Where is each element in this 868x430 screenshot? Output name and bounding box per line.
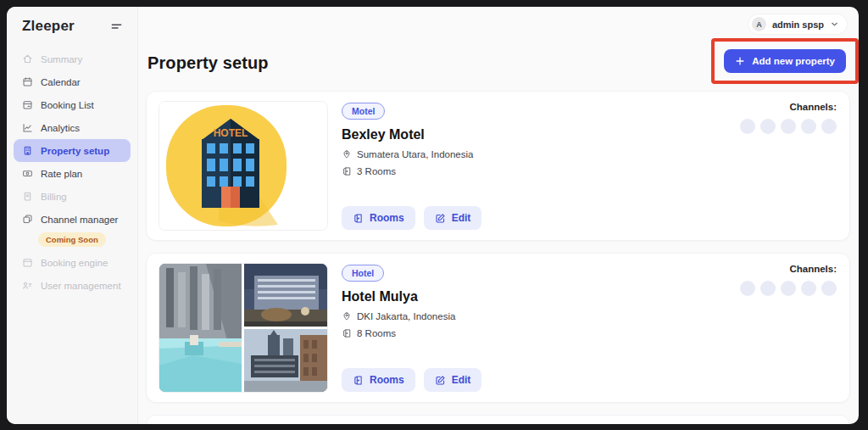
sidebar-item-rate-plan[interactable]: Rate plan — [14, 162, 131, 185]
channel-slot — [821, 281, 837, 296]
svg-text:HOTEL: HOTEL — [214, 127, 248, 139]
channel-manager-icon — [22, 214, 33, 225]
sidebar-item-billing: Billing — [14, 185, 131, 208]
edit-button[interactable]: Edit — [424, 206, 482, 230]
edit-pencil-icon — [435, 213, 446, 224]
sidebar-item-user-management: User management — [14, 274, 131, 297]
door-icon — [342, 166, 352, 176]
avatar: A — [752, 17, 766, 31]
annotation-highlight-box: Add new property — [711, 38, 859, 84]
chevron-down-icon — [830, 20, 839, 29]
channel-slot — [801, 119, 816, 134]
channel-slot — [740, 119, 755, 134]
rooms-button[interactable]: Rooms — [342, 368, 415, 392]
channel-slots — [740, 281, 837, 296]
door-icon — [353, 375, 364, 386]
property-image-bexley: HOTEL — [159, 101, 328, 231]
content: Property setup Add new property — [138, 35, 859, 424]
user-management-icon — [22, 280, 33, 291]
sidebar-item-calendar[interactable]: Calendar — [14, 70, 131, 93]
main-area: A admin spsp Property setup Add new prop… — [138, 7, 859, 424]
channel-slots — [740, 119, 837, 134]
sidebar-item-analytics[interactable]: Analytics — [14, 116, 131, 139]
home-icon — [22, 53, 33, 64]
channels-section: Channels: — [740, 101, 837, 231]
rate-plan-icon — [22, 168, 33, 179]
property-location: DKI Jakarta, Indonesia — [357, 311, 455, 321]
coming-soon-badge: Coming Soon — [38, 232, 106, 247]
edit-button[interactable]: Edit — [424, 368, 482, 392]
sidebar-item-label: Rate plan — [41, 169, 82, 179]
sidebar-item-summary: Summary — [14, 47, 131, 70]
booking-engine-icon — [22, 257, 33, 268]
property-card: Hotel Hotel Mulya DKI Jakarta, Indonesia… — [146, 253, 850, 403]
channel-slot — [801, 281, 816, 296]
sidebar-item-label: Property setup — [41, 146, 109, 156]
channel-slot — [821, 119, 837, 134]
property-image-mulya — [159, 263, 328, 393]
sidebar-item-label: Analytics — [41, 123, 80, 133]
sidebar-item-booking-engine: Booking engine — [14, 251, 131, 274]
sidebar-item-label: Channel manager — [41, 215, 118, 225]
property-type-badge: Hotel — [342, 265, 384, 282]
sidebar-item-label: Booking engine — [41, 258, 108, 268]
booking-list-icon — [22, 99, 33, 110]
property-card: HOTEL Motel Bexley Motel — [146, 91, 850, 241]
location-pin-icon — [342, 149, 352, 159]
app-window: Zleeper Summary Calendar Booking List — [7, 7, 859, 424]
user-menu[interactable]: A admin spsp — [748, 14, 848, 35]
channel-slot — [781, 119, 796, 134]
sidebar-item-label: Calendar — [41, 77, 81, 87]
channel-slot — [781, 281, 796, 296]
sidebar-item-booking-list[interactable]: Booking List — [14, 93, 131, 116]
channels-label: Channels: — [740, 264, 837, 274]
sidebar-item-label: Billing — [41, 192, 67, 202]
billing-icon — [22, 191, 33, 202]
property-location: Sumatera Utara, Indonesia — [357, 149, 473, 159]
sidebar-collapse-icon[interactable] — [108, 19, 125, 35]
edit-pencil-icon — [435, 375, 446, 386]
sidebar-item-channel-manager[interactable]: Channel manager — [14, 208, 131, 231]
plus-icon — [735, 56, 745, 66]
channels-section: Channels: — [740, 263, 837, 393]
calendar-icon — [22, 76, 33, 87]
sidebar-item-label: Booking List — [41, 100, 94, 110]
page-title: Property setup — [147, 53, 269, 73]
sidebar-item-label: User management — [41, 281, 121, 291]
app-logo: Zleeper — [22, 18, 75, 35]
property-rooms: 3 Rooms — [357, 166, 396, 176]
add-new-property-button[interactable]: Add new property — [724, 49, 846, 73]
location-pin-icon — [342, 311, 352, 321]
property-title: Hotel Mulya — [342, 289, 481, 304]
property-title: Bexley Motel — [342, 127, 481, 142]
channel-slot — [760, 119, 776, 134]
analytics-icon — [22, 122, 33, 133]
top-bar: A admin spsp — [138, 7, 859, 35]
sidebar: Zleeper Summary Calendar Booking List — [7, 7, 138, 424]
door-icon — [342, 328, 352, 338]
sidebar-item-property-setup[interactable]: Property setup — [14, 139, 131, 162]
door-icon — [353, 213, 364, 224]
property-card-partial: Hotel Channels: — [146, 415, 850, 424]
property-type-badge: Motel — [342, 103, 385, 120]
user-name: admin spsp — [772, 20, 824, 30]
property-rooms: 8 Rooms — [357, 328, 396, 338]
rooms-button[interactable]: Rooms — [342, 206, 415, 230]
channels-label: Channels: — [740, 102, 837, 112]
sidebar-item-label: Summary — [41, 54, 82, 64]
building-icon — [22, 145, 33, 156]
channel-slot — [760, 281, 776, 296]
channel-slot — [740, 281, 755, 296]
